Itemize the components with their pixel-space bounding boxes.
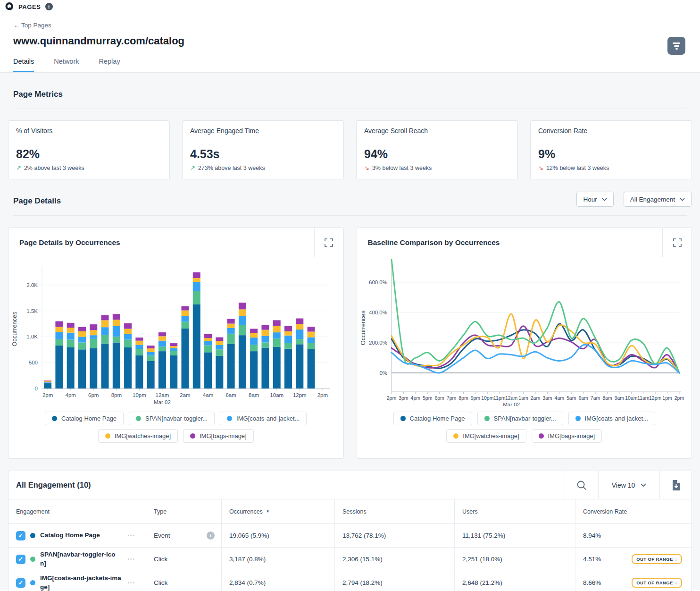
- tab-details[interactable]: Details: [13, 58, 34, 72]
- bar-chart-legend-row-1: Catalog Home PageSPAN[navbar-toggler...I…: [8, 412, 343, 425]
- cell-conversion-rate: 4.51%OUT OF RANGE↓: [575, 548, 692, 571]
- svg-text:6am: 6am: [578, 395, 588, 401]
- col-header-occurrences[interactable]: Occurrences▼: [222, 499, 335, 524]
- legend-dot-icon: [190, 433, 195, 439]
- table-search-button[interactable]: [565, 471, 598, 499]
- interval-dropdown[interactable]: Hour: [576, 192, 613, 207]
- legend-chip-1[interactable]: SPAN[navbar-toggler...: [129, 412, 215, 425]
- pages-info-icon[interactable]: i: [45, 3, 53, 10]
- bar-chart-card-header: Page Details by Occurrences: [8, 228, 343, 257]
- svg-text:7am: 7am: [590, 395, 600, 401]
- legend-chip-4[interactable]: IMG[bags-image]: [183, 429, 254, 443]
- table-header-row: Engagement Type Occurrences▼ Sessions Us…: [8, 499, 692, 524]
- tab-network[interactable]: Network: [54, 58, 79, 72]
- page-title: www.quinnandmurray.com/catalog: [13, 35, 700, 47]
- expand-button[interactable]: [662, 228, 692, 257]
- row-checkbox[interactable]: ✓: [16, 555, 25, 564]
- col-header-users[interactable]: Users: [455, 499, 575, 524]
- legend-chip-1[interactable]: SPAN[navbar-toggler...: [477, 412, 563, 425]
- download-file-icon: [671, 480, 681, 491]
- cell-engagement: ✓Catalog Home Page•••: [8, 524, 146, 548]
- cell-users: 2,648 (21.2%): [455, 571, 575, 591]
- trend-down-icon: ↘: [538, 164, 543, 171]
- legend-chip-2[interactable]: IMG[coats-and-jacket...: [568, 412, 655, 425]
- legend-dot-icon: [484, 416, 490, 421]
- svg-text:6pm: 6pm: [88, 392, 99, 398]
- tab-replay[interactable]: Replay: [99, 58, 120, 72]
- page-header: ← Top Pages www.quinnandmurray.com/catal…: [0, 13, 700, 73]
- col-header-type[interactable]: Type: [146, 499, 222, 524]
- svg-text:Mar 02: Mar 02: [503, 402, 520, 406]
- table-body: ✓Catalog Home Page•••Eventi19,065 (5.9%)…: [8, 524, 692, 591]
- legend-dot-icon: [136, 416, 141, 421]
- legend-chip-4[interactable]: IMG[bags-image]: [532, 429, 602, 443]
- legend-dot-icon: [400, 416, 406, 421]
- svg-text:2am: 2am: [530, 395, 540, 401]
- filter-button[interactable]: [667, 37, 685, 55]
- cell-users: 2,251 (18.0%): [455, 548, 575, 571]
- metric-card-0: % of Visitors82%↗2% above last 3 weeks: [8, 120, 170, 179]
- down-arrow-icon: ↓: [675, 557, 677, 562]
- metric-card-body: 9%↘12% below last 3 weeks: [531, 141, 692, 179]
- legend-chip-0[interactable]: Catalog Home Page: [393, 412, 472, 425]
- metric-card-1: Average Engaged Time4.53s↗273% above las…: [182, 120, 344, 179]
- metric-card-body: 4.53s↗273% above last 3 weeks: [183, 141, 343, 179]
- type-info-icon[interactable]: i: [207, 532, 215, 540]
- cell-type: Click: [146, 548, 222, 571]
- row-actions-button[interactable]: •••: [127, 533, 141, 538]
- metric-card-value: 82%: [16, 147, 162, 161]
- divider: [13, 215, 687, 216]
- engagement-dropdown[interactable]: All Engagement: [624, 192, 692, 207]
- legend-dot-icon: [539, 433, 544, 439]
- svg-text:2.0K: 2.0K: [26, 282, 38, 288]
- svg-text:12am: 12am: [156, 392, 169, 398]
- col-header-sessions[interactable]: Sessions: [335, 499, 455, 524]
- svg-text:8pm: 8pm: [458, 395, 468, 401]
- cell-users: 11,131 (75.2%): [455, 524, 575, 548]
- cell-occurrences: 3,187 (0.8%): [222, 548, 335, 571]
- row-checkbox[interactable]: ✓: [16, 531, 25, 540]
- legend-chip-3[interactable]: IMG[watches-image]: [446, 429, 526, 443]
- table-toolbar: All Engagement (10) View 10: [8, 471, 692, 499]
- fullscreen-icon: [325, 238, 333, 247]
- legend-dot-icon: [575, 416, 581, 421]
- svg-text:2pm: 2pm: [386, 395, 396, 401]
- svg-text:2pm: 2pm: [42, 392, 53, 398]
- svg-text:4am: 4am: [554, 395, 564, 401]
- legend-label: IMG[watches-image]: [115, 432, 171, 439]
- table-row-2: ✓IMG[coats-and-jackets-image]•••Click2,8…: [8, 571, 692, 591]
- metric-card-body: 82%↗2% above last 3 weeks: [8, 141, 169, 179]
- bar-chart-title: Page Details by Occurrences: [8, 228, 314, 257]
- trend-up-icon: ↗: [190, 164, 195, 171]
- fullscreen-icon: [673, 238, 682, 247]
- cell-occurrences: 19,065 (5.9%): [222, 524, 335, 548]
- export-button[interactable]: [659, 471, 692, 499]
- svg-text:1pm: 1pm: [662, 395, 672, 401]
- app-bar: PAGES i: [0, 0, 700, 13]
- legend-label: IMG[bags-image]: [200, 432, 247, 439]
- app-logo-icon: [5, 2, 14, 11]
- cell-sessions: 2,306 (15.1%): [335, 548, 455, 571]
- svg-text:9am: 9am: [614, 395, 624, 401]
- legend-chip-3[interactable]: IMG[watches-image]: [98, 429, 178, 443]
- view-count-dropdown[interactable]: View 10: [598, 471, 659, 499]
- chevron-down-icon: [680, 198, 685, 201]
- row-checkbox[interactable]: ✓: [16, 578, 25, 588]
- page-metrics-title: Page Metrics: [13, 90, 687, 99]
- svg-text:500: 500: [29, 360, 38, 365]
- back-link[interactable]: ← Top Pages: [13, 22, 700, 29]
- svg-text:Occurrences: Occurrences: [359, 310, 367, 345]
- legend-chip-0[interactable]: Catalog Home Page: [45, 412, 124, 425]
- col-header-conversion-rate[interactable]: Conversion Rate: [575, 499, 692, 524]
- main-content: Page Metrics % of Visitors82%↗2% above l…: [0, 73, 700, 590]
- row-actions-button[interactable]: •••: [127, 580, 141, 585]
- legend-chip-2[interactable]: IMG[coats-and-jacket...: [220, 412, 307, 425]
- metric-card-title: Average Engaged Time: [183, 121, 343, 141]
- col-header-engagement[interactable]: Engagement: [8, 499, 146, 524]
- expand-button[interactable]: [314, 228, 343, 257]
- row-actions-button[interactable]: •••: [127, 557, 141, 562]
- funnel-icon: [673, 42, 680, 44]
- svg-text:9pm: 9pm: [470, 395, 480, 401]
- cell-type: Click: [146, 571, 222, 591]
- table-row-1: ✓SPAN[navbar-toggler-icon]•••Click3,187 …: [8, 548, 692, 571]
